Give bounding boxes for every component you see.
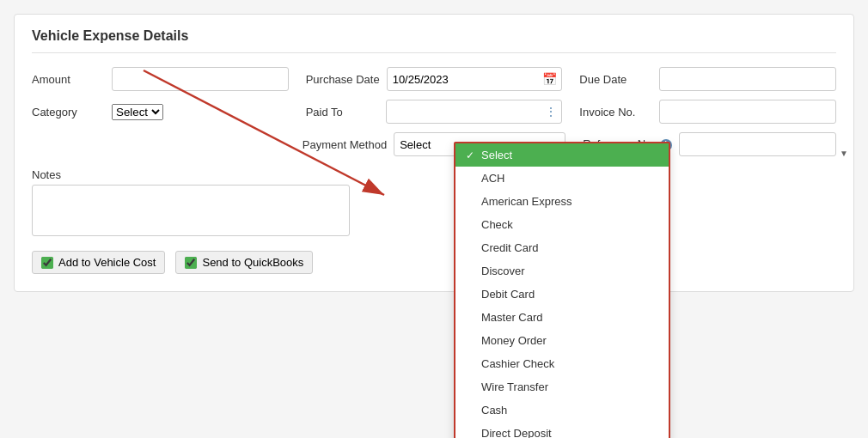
dropdown-item-direct-deposit[interactable]: Direct Deposit [455,422,669,438]
add-to-vehicle-cost-btn[interactable]: Add to Vehicle Cost [32,251,165,274]
invoice-no-label: Invoice No. [579,106,652,119]
dropdown-item-master-card[interactable]: Master Card [455,306,669,329]
due-date-input[interactable] [659,67,836,91]
dropdown-item-debit-card[interactable]: Debit Card [455,283,669,306]
paid-to-label: Paid To [306,106,379,119]
category-group: Category Select ▼ [32,104,289,120]
dropdown-item-select[interactable]: ✓Select [455,143,669,167]
send-to-quickbooks-btn[interactable]: Send to QuickBooks [175,251,313,274]
dropdown-item-wire-transfer[interactable]: Wire Transfer [455,375,669,398]
due-date-label: Due Date [579,73,652,86]
paid-to-group: Paid To ⋮ [306,100,563,124]
category-label: Category [32,106,105,119]
dropdown-item-ach[interactable]: ACH [455,167,669,190]
send-to-quickbooks-checkbox[interactable] [185,257,197,269]
dropdown-item-discover[interactable]: Discover [455,259,669,283]
dropdown-item-money-order[interactable]: Money Order [455,329,669,352]
payment-method-label: Payment Method [303,138,387,151]
dropdown-item-check[interactable]: Check [455,213,669,236]
dropdown-item-cash[interactable]: Cash [455,398,669,422]
amount-label: Amount [32,73,105,86]
invoice-no-group: Invoice No. [579,100,836,124]
dropdown-item-american-express[interactable]: American Express [455,190,669,213]
notes-textarea[interactable] [32,185,350,236]
reference-no-input[interactable] [679,132,836,156]
notes-section: Notes [32,168,836,239]
paid-to-input[interactable] [386,100,563,124]
bottom-actions: Add to Vehicle Cost Send to QuickBooks [32,251,836,274]
purchase-date-input[interactable] [387,67,563,91]
dropdown-item-cashier-check[interactable]: Cashier Check [455,352,669,375]
purchase-date-label: Purchase Date [306,73,380,86]
purchase-date-group: Purchase Date 📅 [306,67,563,91]
category-select[interactable]: Select [112,104,163,120]
notes-label: Notes [32,168,836,181]
dropdown-item-credit-card[interactable]: Credit Card [455,236,669,259]
invoice-no-input[interactable] [659,100,836,124]
page-title: Vehicle Expense Details [32,28,836,53]
add-to-vehicle-cost-checkbox[interactable] [41,257,53,269]
payment-method-dropdown: ✓SelectACHAmerican ExpressCheckCredit Ca… [454,142,670,438]
check-mark-icon: ✓ [466,149,476,161]
amount-group: Amount [32,67,289,91]
amount-input[interactable] [112,67,289,91]
due-date-group: Due Date [579,67,836,91]
category-select-arrow: ▼ [840,149,848,158]
